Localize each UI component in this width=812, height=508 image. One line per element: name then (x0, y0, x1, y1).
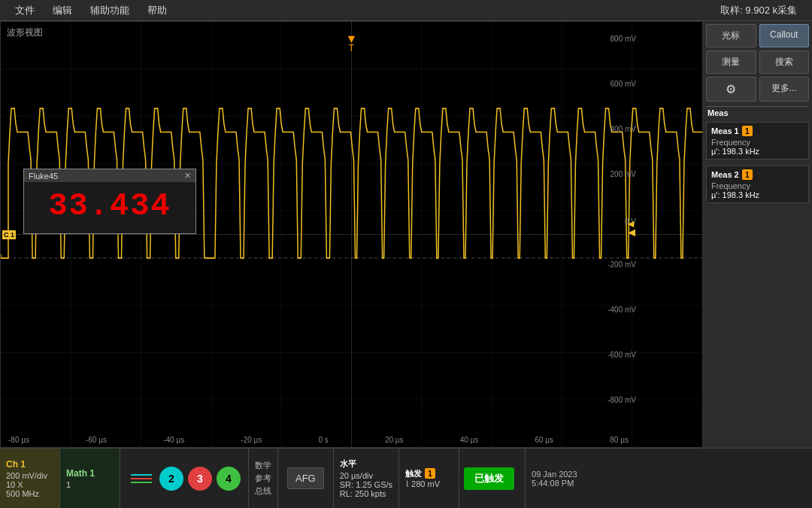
ch1-bw: 500 MHz (6, 489, 53, 498)
horizontal-label: 水平 (340, 458, 392, 470)
time-label-40: 40 µs (460, 436, 479, 444)
grid-svg (1, 22, 702, 447)
cursor-button[interactable]: 光标 (706, 24, 756, 47)
triggered-section: 已触发 (459, 449, 526, 508)
volt-label-400: 400 mV (611, 125, 636, 133)
ch1-marker: C 1 (2, 230, 16, 239)
menu-bar: 文件 编辑 辅助功能 帮助 取样: 9.902 k采集 (0, 0, 812, 21)
waveform-area[interactable]: 波形视图 ▼T (0, 21, 703, 448)
meas1-section: Meas 1 1 Frequency µ': 198.3 kHz (706, 122, 809, 160)
horiz-div: 20 µs/div (340, 471, 392, 480)
voltage-cursor: ◄ (626, 217, 636, 230)
horiz-sr: SR: 1.25 GS/s (340, 480, 392, 489)
fluke-close-button[interactable]: ✕ (184, 171, 191, 181)
meas1-badge: 1 (742, 126, 753, 136)
meas2-title: Meas 2 1 (711, 169, 804, 180)
callout-button[interactable]: Callout (759, 24, 810, 47)
ch1-info-section: Ch 1 200 mV/div 10 X 500 MHz (0, 449, 60, 508)
panel-btn-row-3: ⚙ 更多... (706, 77, 809, 102)
menu-tools[interactable]: 辅助功能 (81, 4, 138, 17)
menu-file[interactable]: 文件 (6, 4, 44, 17)
right-panel: 光标 Callout 测量 搜索 ⚙ 更多... Meas Meas 1 1 F… (703, 21, 812, 448)
time-label-n20: -20 µs (241, 436, 262, 444)
meas1-label: Meas 1 (711, 126, 739, 135)
ch1-label: Ch 1 (6, 459, 53, 470)
meas-header: Meas (706, 106, 809, 119)
horiz-rl: RL: 250 kpts (340, 489, 392, 498)
math-ref-bus-section: 数学 参考 总线 (249, 449, 278, 508)
volt-label-n600: -600 mV (607, 351, 636, 359)
math-ref-label1: 数学 (255, 460, 271, 471)
meas2-badge: 1 (742, 169, 753, 180)
time-label-60: 60 µs (535, 436, 553, 444)
trigger-slope: ⌇ 280 mV (405, 479, 453, 489)
meas1-title: Meas 1 1 (711, 126, 804, 136)
menu-help[interactable]: 帮助 (138, 4, 176, 17)
fluke-overlay: Fluke45 ✕ 33.434 (23, 169, 196, 234)
meas1-freq-value: µ': 198.3 kHz (711, 147, 804, 156)
volt-label-800: 800 mV (611, 35, 636, 43)
trigger-header: 触发 1 (405, 468, 453, 479)
volt-label-n200: -200 mV (607, 260, 636, 269)
ch2-line (131, 474, 152, 476)
time-label-80: 80 µs (610, 436, 629, 444)
math-label: Math 1 (66, 468, 114, 479)
settings-button[interactable]: ⚙ (706, 77, 756, 102)
trigger-label: 触发 (405, 468, 422, 479)
math-info-section: Math 1 1 (60, 449, 120, 508)
volt-label-200: 200 mV (611, 170, 636, 178)
ch1-probe: 10 X (6, 480, 53, 489)
afg-button[interactable]: AFG (287, 467, 324, 489)
meas2-section: Meas 2 1 Frequency µ': 198.3 kHz (706, 166, 809, 203)
menu-edit[interactable]: 编辑 (44, 4, 81, 17)
time-label-n60: -60 µs (86, 436, 107, 444)
ch2-button[interactable]: 2 (159, 467, 183, 491)
search-button[interactable]: 搜索 (759, 50, 810, 74)
afg-section: AFG (278, 449, 334, 508)
trigger-section: 触发 1 ⌇ 280 mV (399, 449, 459, 508)
main-layout: 波形视图 ▼T (0, 21, 812, 448)
math-ref-label2: 参考 (255, 473, 271, 484)
time-label-n80: -80 µs (8, 436, 29, 444)
math-value: 1 (66, 480, 114, 489)
triggered-button[interactable]: 已触发 (464, 467, 514, 490)
volt-label-n400: -400 mV (607, 306, 636, 314)
datetime-section: 09 Jan 2023 5:44:08 PM (526, 449, 601, 508)
ch4-line (131, 482, 152, 483)
meas1-freq-label: Frequency (711, 138, 804, 147)
time-label-20: 20 µs (385, 436, 404, 444)
meas2-freq-label: Frequency (711, 181, 804, 190)
datetime-date: 09 Jan 2023 (532, 470, 595, 479)
trigger-badge: 1 (425, 468, 435, 479)
sample-info: 取样: 9.902 k采集 (720, 4, 806, 17)
ch3-button[interactable]: 3 (188, 467, 212, 491)
fluke-title: Fluke45 (29, 172, 58, 181)
measure-button[interactable]: 测量 (706, 50, 756, 74)
bottom-bar: Ch 1 200 mV/div 10 X 500 MHz Math 1 1 2 … (0, 448, 812, 508)
trigger-t-marker: ▼T (346, 32, 358, 53)
meas2-freq-value: µ': 198.3 kHz (711, 190, 804, 199)
meas2-label: Meas 2 (711, 170, 739, 179)
channel-buttons-group: 2 3 4 (120, 449, 249, 508)
ch1-div: 200 mV/div (6, 471, 53, 480)
waveform-title: 波形视图 (7, 26, 43, 39)
more-button[interactable]: 更多... (759, 77, 810, 102)
trigger-value: 280 mV (411, 479, 440, 488)
math-ref-label3: 总线 (255, 485, 271, 497)
ch3-line (131, 478, 152, 479)
channel-lines (128, 474, 155, 483)
trigger-slope-icon: ⌇ (405, 479, 409, 488)
panel-btn-row-1: 光标 Callout (706, 24, 809, 47)
fluke-value: 33.434 (24, 182, 195, 233)
volt-label-600: 600 mV (611, 80, 636, 88)
datetime-time: 5:44:08 PM (532, 479, 595, 488)
volt-label-n800: -800 mV (607, 396, 636, 404)
panel-btn-row-2: 测量 搜索 (706, 50, 809, 74)
fluke-titlebar: Fluke45 ✕ (24, 169, 195, 182)
time-axis: -80 µs -60 µs -40 µs -20 µs 0 s 20 µs 40… (1, 436, 636, 444)
time-label-n40: -40 µs (163, 436, 184, 444)
ch4-button[interactable]: 4 (217, 467, 241, 491)
horizontal-section: 水平 20 µs/div SR: 1.25 GS/s RL: 250 kpts (334, 449, 399, 508)
time-label-0: 0 s (318, 436, 328, 444)
